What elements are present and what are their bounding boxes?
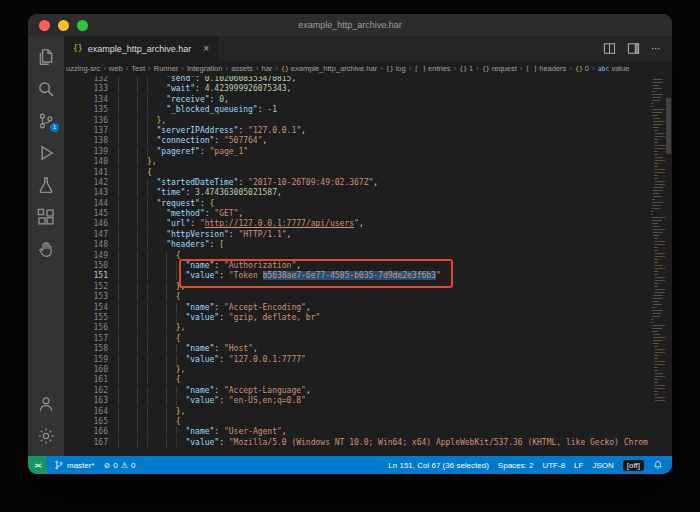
line-number: 146: [64, 219, 108, 229]
breadcrumb-item[interactable]: {}0: [575, 64, 589, 73]
code-line[interactable]: },: [118, 116, 648, 126]
error-icon: ⊘: [104, 461, 111, 470]
cursor-position[interactable]: Ln 151, Col 67 (36 selected): [388, 461, 489, 470]
code-line[interactable]: "send": 0.1020608353470815,: [118, 76, 648, 84]
breadcrumb-label: 0: [585, 64, 589, 73]
scrollbar[interactable]: [665, 76, 672, 456]
breadcrumb-item[interactable]: Test: [131, 64, 145, 73]
breadcrumb-item[interactable]: Runner: [154, 64, 179, 73]
code-line[interactable]: "value": "en-US,en;q=0.8": [118, 396, 648, 406]
code-line[interactable]: {: [118, 292, 648, 302]
search-button[interactable]: [28, 73, 64, 105]
code-line[interactable]: "value": "127.0.0.1:7777": [118, 355, 648, 365]
bell-icon[interactable]: [653, 460, 663, 470]
code-line[interactable]: "connection": "507764",: [118, 136, 648, 146]
split-editor-icon[interactable]: [603, 42, 616, 55]
line-number: 161: [64, 375, 108, 385]
breadcrumb-item[interactable]: abcvalue: [598, 64, 630, 73]
code-line[interactable]: },: [118, 365, 648, 375]
breadcrumb-item[interactable]: {}1: [459, 64, 473, 73]
breadcrumb-item[interactable]: {}example_http_archive.har: [281, 64, 377, 73]
breadcrumb-separator: ›: [275, 64, 278, 73]
tab-example-http-archive[interactable]: {} example_http_archive.har ×: [64, 36, 218, 61]
line-number: 166: [64, 427, 108, 437]
toggle-layout-icon[interactable]: [627, 42, 640, 55]
close-window-button[interactable]: [39, 20, 50, 31]
code-line[interactable]: "name": "User-Agent",: [118, 427, 648, 437]
code-line[interactable]: {: [118, 334, 648, 344]
code-line[interactable]: "startedDateTime": "2017-10-26T09:49:02.…: [118, 178, 648, 188]
code-line[interactable]: "name": "Authorization",: [118, 261, 648, 271]
remote-indicator[interactable]: ><: [28, 456, 47, 474]
code-line[interactable]: {: [118, 375, 648, 385]
code-line[interactable]: "value": "gzip, deflate, br": [118, 313, 648, 323]
hand-button[interactable]: [28, 233, 64, 265]
code-line[interactable]: "name": "Accept-Encoding",: [118, 303, 648, 313]
code-line[interactable]: },: [118, 157, 648, 167]
breadcrumb-item[interactable]: har: [262, 64, 273, 73]
indentation-setting[interactable]: Spaces: 2: [498, 461, 534, 470]
breadcrumb-item[interactable]: {}request: [482, 64, 517, 73]
code-line[interactable]: "_blocked_queueing": -1: [118, 105, 648, 115]
titlebar[interactable]: example_http_archive.har: [28, 14, 672, 36]
code-line[interactable]: "httpVersion": "HTTP/1.1",: [118, 230, 648, 240]
code-line[interactable]: "url": "http://127.0.0.1:7777/api/users"…: [118, 219, 648, 229]
code-line[interactable]: },: [118, 407, 648, 417]
breadcrumb-item[interactable]: {}log: [386, 64, 406, 73]
code-line[interactable]: },: [118, 282, 648, 292]
code-line[interactable]: "value": "Token b5638ae7-6e77-4585-b035-…: [118, 271, 648, 281]
search-icon: [37, 80, 55, 98]
git-branch-item[interactable]: master*: [54, 460, 95, 470]
code-line[interactable]: "request": {: [118, 199, 648, 209]
code-line[interactable]: "method": "GET",: [118, 209, 648, 219]
minimize-window-button[interactable]: [58, 20, 69, 31]
encoding-setting[interactable]: UTF-8: [542, 461, 565, 470]
breadcrumb-item[interactable]: uzzing-src: [66, 64, 100, 73]
code-line[interactable]: "wait": 4.423999926075343,: [118, 84, 648, 94]
line-number: 153: [64, 292, 108, 302]
breadcrumb-item[interactable]: [ ]entries: [414, 64, 450, 73]
eol-setting[interactable]: LF: [574, 461, 583, 470]
code-line[interactable]: "receive": 0,: [118, 95, 648, 105]
settings-button[interactable]: [28, 420, 64, 452]
explorer-button[interactable]: [28, 41, 64, 73]
scrollbar-thumb[interactable]: [666, 98, 671, 154]
mode-badge[interactable]: [off]: [623, 460, 644, 471]
problems-indicator[interactable]: ⊘ 0 ⚠ 0: [104, 461, 136, 470]
code-line[interactable]: "name": "Host",: [118, 344, 648, 354]
code-line[interactable]: {: [118, 417, 648, 427]
code-line[interactable]: },: [118, 323, 648, 333]
line-number: 156: [64, 323, 108, 333]
account-button[interactable]: [28, 388, 64, 420]
source-control-button[interactable]: 1: [28, 105, 64, 137]
line-number: 157: [64, 334, 108, 344]
breadcrumb-item[interactable]: [ ]headers: [525, 64, 566, 73]
zoom-window-button[interactable]: [77, 20, 88, 31]
breadcrumb-label: value: [611, 64, 629, 73]
code-line[interactable]: "pageref": "page_1": [118, 147, 648, 157]
breadcrumb-item[interactable]: web: [109, 64, 123, 73]
minimap[interactable]: [648, 76, 665, 456]
code-line[interactable]: {: [118, 251, 648, 261]
line-number: 155: [64, 313, 108, 323]
code-line[interactable]: "value": "Mozilla/5.0 (Windows NT 10.0; …: [118, 438, 648, 448]
breadcrumb-item[interactable]: Integration: [187, 64, 222, 73]
testing-button[interactable]: [28, 169, 64, 201]
breadcrumb-label: Integration: [187, 64, 222, 73]
run-debug-button[interactable]: [28, 137, 64, 169]
language-mode[interactable]: JSON: [592, 461, 613, 470]
breadcrumb-separator: ›: [454, 64, 457, 73]
code-lines[interactable]: "send": 0.1020608353470815, "wait": 4.42…: [118, 76, 648, 456]
code-line[interactable]: "time": 3.474363005021587,: [118, 188, 648, 198]
breadcrumb-item[interactable]: assets: [231, 64, 253, 73]
tab-close-icon[interactable]: ×: [203, 43, 209, 54]
extensions-button[interactable]: [28, 201, 64, 233]
breadcrumb-label: Runner: [154, 64, 179, 73]
code-line[interactable]: "headers": [: [118, 240, 648, 250]
activity-bar-bottom: [28, 388, 64, 452]
code-line[interactable]: {: [118, 168, 648, 178]
code-line[interactable]: "serverIPAddress": "127.0.0.1",: [118, 126, 648, 136]
breadcrumb-label: headers: [539, 64, 566, 73]
code-line[interactable]: "name": "Accept-Language",: [118, 386, 648, 396]
more-actions-icon[interactable]: ⋯: [651, 43, 661, 54]
